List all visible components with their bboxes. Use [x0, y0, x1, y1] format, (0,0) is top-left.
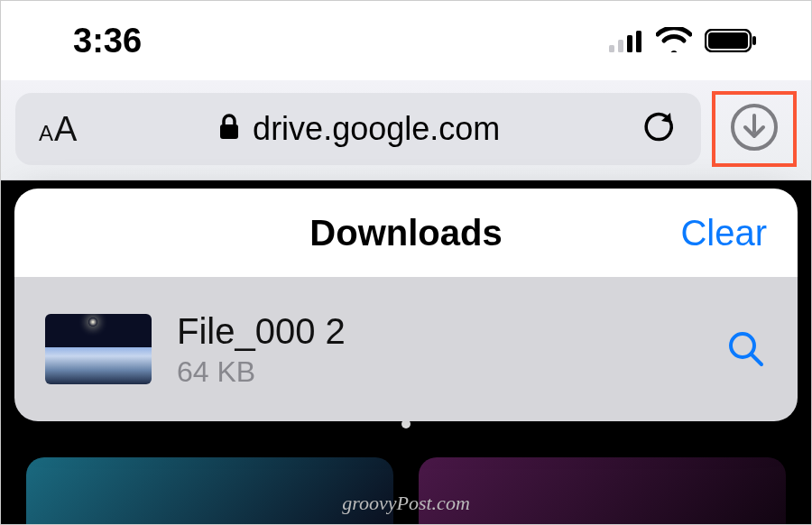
address-bar[interactable]: AA drive.google.com — [15, 93, 701, 165]
url-text: drive.google.com — [253, 110, 500, 148]
svg-rect-2 — [627, 35, 632, 52]
status-time: 3:36 — [73, 22, 142, 60]
watermark: groovyPost.com — [342, 492, 470, 515]
download-name: File_000 2 — [177, 310, 700, 352]
download-row[interactable]: File_000 2 64 KB — [14, 277, 798, 421]
status-indicators — [609, 22, 757, 60]
downloads-popover: Downloads Clear File_000 2 64 KB — [14, 189, 798, 421]
url-display[interactable]: drive.google.com — [88, 110, 631, 148]
downloads-header: Downloads Clear — [14, 189, 798, 277]
download-info: File_000 2 64 KB — [177, 310, 700, 389]
browser-toolbar: AA drive.google.com — [1, 80, 811, 180]
status-bar: 3:36 — [1, 1, 811, 80]
downloads-title: Downloads — [309, 213, 502, 253]
svg-rect-6 — [752, 36, 756, 45]
cellular-icon — [609, 22, 643, 60]
svg-rect-0 — [609, 45, 614, 52]
text-size-button[interactable]: AA — [39, 110, 77, 149]
svg-rect-7 — [220, 124, 238, 139]
download-size: 64 KB — [177, 355, 700, 389]
svg-rect-5 — [708, 32, 748, 49]
lock-icon — [218, 110, 240, 148]
battery-icon — [705, 22, 757, 60]
clear-button[interactable]: Clear — [680, 213, 767, 253]
downloads-button-highlight — [712, 91, 797, 167]
svg-rect-1 — [618, 40, 623, 52]
gallery-tile[interactable] — [419, 457, 786, 524]
reveal-file-button[interactable] — [725, 328, 767, 370]
svg-rect-3 — [636, 31, 641, 52]
download-thumbnail — [45, 314, 152, 384]
gallery-tile[interactable] — [26, 457, 393, 524]
wifi-icon — [656, 22, 692, 60]
reload-button[interactable] — [641, 109, 678, 149]
downloads-button[interactable] — [729, 102, 780, 156]
